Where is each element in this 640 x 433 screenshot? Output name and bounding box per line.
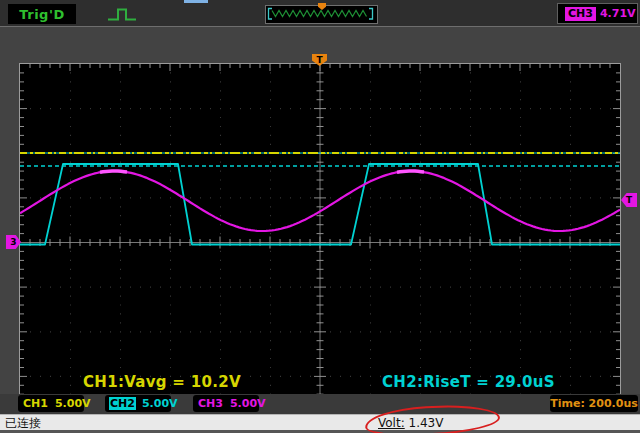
channel-button-ch2[interactable]: CH25.00V [105,395,171,412]
trigger-level-marker[interactable]: T [621,193,637,207]
window-edge-artifact [184,0,208,3]
channel-bar: Time: 200.0us CH15.00VCH25.00VCH35.00V [0,394,640,414]
channel-label: CH2 [109,397,136,410]
connection-status: 已连接 [5,416,41,430]
scope-display: T 3 T CH1:Vavg = 10.2V CH2:RiseT = 29.0u… [0,27,640,394]
channel-button-ch3[interactable]: CH35.00V [193,395,259,412]
channel-label: CH1 [22,397,49,410]
trigger-settings[interactable]: CH3 4.71V [557,3,638,24]
timebase-button[interactable]: Time: 200.0us [550,395,638,412]
pulse-shape-icon [107,6,137,22]
measurement-ch2-riset: CH2:RiseT = 29.0uS [382,373,555,391]
waveform-plot [19,63,621,422]
channel-label: CH3 [197,397,224,410]
trigger-source-badge[interactable]: CH3 [565,7,596,21]
channel-scale: 5.00V [230,397,266,410]
measurement-ch1-vavg: CH1:Vavg = 10.2V [83,373,241,391]
channel-scale: 5.00V [142,397,178,410]
oscilloscope-app: Trig'D CH3 4.71V T 3 T CH1:Vavg = 10.2V … [0,0,640,433]
top-bar: Trig'D CH3 4.71V [0,0,640,27]
status-bar: 已连接 Volt: 1.43V [0,414,640,431]
channel-button-ch1[interactable]: CH15.00V [18,395,84,412]
trigger-level-value: 4.71V [600,7,636,20]
channel-scale: 5.00V [55,397,91,410]
trigger-status-badge: Trig'D [8,4,76,24]
